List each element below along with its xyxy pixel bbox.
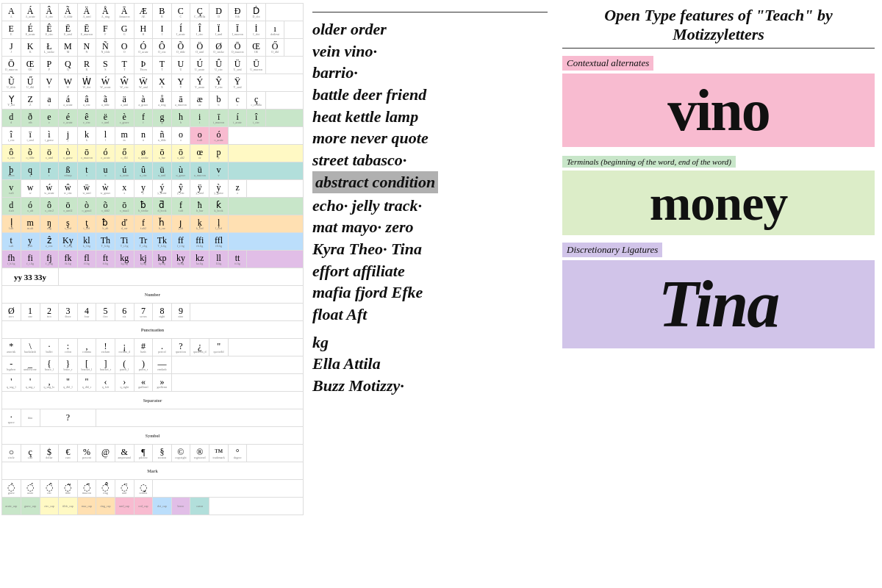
page-title: Open Type features of "Teach" by Motizzy… — [562, 6, 875, 45]
demo-word-vino: vino — [667, 81, 770, 140]
demo-vino-box: vino — [562, 74, 875, 147]
demo-word-tina: Tina — [659, 271, 779, 337]
glyph-table: AA ÁA_acute ÂA_circ ÃA_tilde ÄA_uml ÅA_r… — [1, 3, 304, 515]
feature-line-7: street tabasco· — [312, 149, 548, 171]
title-divider — [312, 12, 548, 12]
label-terminals: Terminals (beginning of the word, end of… — [562, 156, 736, 168]
demo-word-money: money — [650, 178, 788, 228]
section-contextual-alternates: Contextual alternates vino — [562, 56, 875, 147]
feature-line-5: heat kettle lamp — [312, 106, 548, 128]
demo-tina-box: Tina — [562, 260, 875, 348]
feature-line-6: more never quote — [312, 127, 548, 149]
opentype-demo-panel: Open Type features of "Teach" by Motizzy… — [555, 0, 882, 588]
demo-money-box: money — [562, 171, 875, 235]
feature-line-1: older order — [312, 18, 548, 40]
feature-line-10: mat mayo· zero — [312, 216, 548, 238]
feature-line-11: Kyra Theo· Tina — [312, 238, 548, 260]
feature-line-17: Buzz Motizzy· — [312, 375, 548, 397]
feature-line-13: mafia fjord Efke — [312, 282, 548, 304]
feature-line-16: Ella Attila — [312, 353, 548, 375]
feature-line-3: barrio· — [312, 62, 548, 84]
label-contextual-alternates: Contextual alternates — [562, 56, 653, 71]
section-disc-ligatures: Discretionary Ligatures Tina — [562, 243, 875, 348]
label-disc-ligatures: Discretionary Ligatures — [562, 243, 662, 257]
feature-line-4: battle deer friend — [312, 84, 548, 106]
feature-line-12: effort affiliate — [312, 260, 548, 282]
feature-line-8: abstract condition — [312, 171, 438, 193]
features-panel: older order vein vino· barrio· battle de… — [305, 0, 555, 588]
feature-line-9: echo· jelly track· — [312, 195, 548, 217]
title-hr — [562, 48, 875, 49]
feature-line-2: vein vino· — [312, 40, 548, 62]
feature-line-14: float Aft — [312, 304, 548, 326]
feature-line-15: kg — [312, 331, 548, 354]
glyph-table-panel: AA ÁA_acute ÂA_circ ÃA_tilde ÄA_uml ÅA_r… — [0, 0, 305, 588]
section-terminals: Terminals (beginning of the word, end of… — [562, 154, 875, 235]
